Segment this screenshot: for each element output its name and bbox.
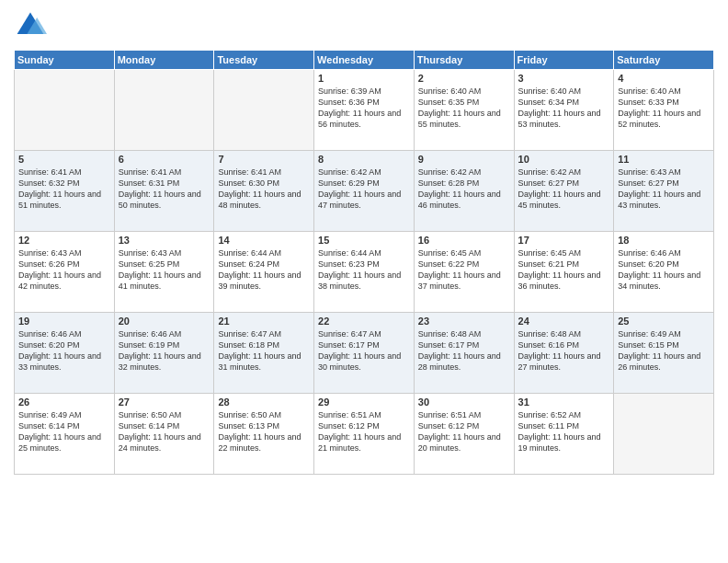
header-friday: Friday [514, 51, 614, 70]
day-cell: 9Sunrise: 6:42 AM Sunset: 6:28 PM Daylig… [414, 151, 514, 232]
day-info: Sunrise: 6:41 AM Sunset: 6:32 PM Dayligh… [18, 167, 110, 212]
day-number: 31 [518, 396, 610, 408]
day-cell: 13Sunrise: 6:43 AM Sunset: 6:25 PM Dayli… [114, 232, 214, 313]
header-sunday: Sunday [15, 51, 115, 70]
day-info: Sunrise: 6:42 AM Sunset: 6:27 PM Dayligh… [518, 167, 610, 212]
header-monday: Monday [114, 51, 214, 70]
day-number: 30 [418, 396, 510, 408]
day-info: Sunrise: 6:49 AM Sunset: 6:14 PM Dayligh… [18, 409, 110, 454]
day-number: 12 [18, 235, 110, 246]
page: SundayMondayTuesdayWednesdayThursdayFrid… [0, 0, 728, 563]
day-info: Sunrise: 6:40 AM Sunset: 6:35 PM Dayligh… [418, 86, 510, 131]
day-info: Sunrise: 6:50 AM Sunset: 6:13 PM Dayligh… [218, 409, 310, 454]
day-cell: 21Sunrise: 6:47 AM Sunset: 6:18 PM Dayli… [214, 313, 314, 394]
day-cell: 31Sunrise: 6:52 AM Sunset: 6:11 PM Dayli… [514, 394, 614, 475]
day-number: 1 [318, 73, 410, 84]
day-info: Sunrise: 6:48 AM Sunset: 6:16 PM Dayligh… [518, 328, 610, 373]
header-tuesday: Tuesday [214, 51, 314, 70]
week-row-1: 1Sunrise: 6:39 AM Sunset: 6:36 PM Daylig… [15, 70, 714, 151]
day-info: Sunrise: 6:43 AM Sunset: 6:25 PM Dayligh… [119, 247, 210, 293]
header-saturday: Saturday [614, 51, 714, 70]
header-wednesday: Wednesday [314, 51, 415, 70]
day-cell: 25Sunrise: 6:49 AM Sunset: 6:15 PM Dayli… [614, 313, 714, 394]
day-cell: 24Sunrise: 6:48 AM Sunset: 6:16 PM Dayli… [514, 313, 614, 394]
header [14, 9, 714, 42]
day-number: 3 [518, 73, 610, 84]
day-info: Sunrise: 6:42 AM Sunset: 6:28 PM Dayligh… [418, 167, 510, 212]
day-number: 23 [418, 316, 510, 327]
week-row-2: 5Sunrise: 6:41 AM Sunset: 6:32 PM Daylig… [15, 151, 714, 232]
day-number: 10 [518, 154, 610, 165]
logo-icon [14, 9, 47, 42]
day-number: 16 [418, 235, 510, 246]
day-cell: 30Sunrise: 6:51 AM Sunset: 6:12 PM Dayli… [414, 394, 514, 475]
day-number: 22 [318, 316, 410, 327]
day-number: 13 [119, 235, 210, 246]
day-number: 28 [218, 396, 310, 408]
day-cell: 11Sunrise: 6:43 AM Sunset: 6:27 PM Dayli… [614, 151, 714, 232]
day-cell: 1Sunrise: 6:39 AM Sunset: 6:36 PM Daylig… [314, 70, 415, 151]
day-info: Sunrise: 6:44 AM Sunset: 6:24 PM Dayligh… [218, 247, 310, 293]
day-cell: 29Sunrise: 6:51 AM Sunset: 6:12 PM Dayli… [314, 394, 415, 475]
day-info: Sunrise: 6:46 AM Sunset: 6:20 PM Dayligh… [18, 328, 110, 373]
day-number: 18 [618, 235, 710, 246]
day-info: Sunrise: 6:43 AM Sunset: 6:26 PM Dayligh… [18, 247, 110, 293]
day-info: Sunrise: 6:49 AM Sunset: 6:15 PM Dayligh… [618, 328, 710, 373]
day-cell: 12Sunrise: 6:43 AM Sunset: 6:26 PM Dayli… [15, 232, 115, 313]
day-cell: 3Sunrise: 6:40 AM Sunset: 6:34 PM Daylig… [514, 70, 614, 151]
day-info: Sunrise: 6:46 AM Sunset: 6:20 PM Dayligh… [618, 247, 710, 293]
day-cell: 10Sunrise: 6:42 AM Sunset: 6:27 PM Dayli… [514, 151, 614, 232]
day-number: 24 [518, 316, 610, 327]
day-info: Sunrise: 6:40 AM Sunset: 6:34 PM Dayligh… [518, 86, 610, 131]
day-number: 21 [218, 316, 310, 327]
day-cell: 14Sunrise: 6:44 AM Sunset: 6:24 PM Dayli… [214, 232, 314, 313]
day-info: Sunrise: 6:44 AM Sunset: 6:23 PM Dayligh… [318, 247, 410, 293]
day-cell: 17Sunrise: 6:45 AM Sunset: 6:21 PM Dayli… [514, 232, 614, 313]
logo [14, 9, 51, 42]
day-cell: 22Sunrise: 6:47 AM Sunset: 6:17 PM Dayli… [314, 313, 415, 394]
day-number: 11 [618, 154, 710, 165]
day-number: 19 [18, 316, 110, 327]
day-cell: 7Sunrise: 6:41 AM Sunset: 6:30 PM Daylig… [214, 151, 314, 232]
day-cell [214, 70, 314, 151]
day-info: Sunrise: 6:45 AM Sunset: 6:21 PM Dayligh… [518, 247, 610, 293]
day-number: 14 [218, 235, 310, 246]
day-info: Sunrise: 6:47 AM Sunset: 6:18 PM Dayligh… [218, 328, 310, 373]
calendar: SundayMondayTuesdayWednesdayThursdayFrid… [14, 50, 714, 475]
header-thursday: Thursday [414, 51, 514, 70]
day-info: Sunrise: 6:52 AM Sunset: 6:11 PM Dayligh… [518, 409, 610, 454]
day-cell: 5Sunrise: 6:41 AM Sunset: 6:32 PM Daylig… [15, 151, 115, 232]
day-info: Sunrise: 6:50 AM Sunset: 6:14 PM Dayligh… [119, 409, 210, 454]
day-cell: 18Sunrise: 6:46 AM Sunset: 6:20 PM Dayli… [614, 232, 714, 313]
day-cell: 6Sunrise: 6:41 AM Sunset: 6:31 PM Daylig… [114, 151, 214, 232]
day-number: 25 [618, 316, 710, 327]
day-number: 2 [418, 73, 510, 84]
day-cell: 23Sunrise: 6:48 AM Sunset: 6:17 PM Dayli… [414, 313, 514, 394]
day-cell: 27Sunrise: 6:50 AM Sunset: 6:14 PM Dayli… [114, 394, 214, 475]
day-number: 29 [318, 396, 410, 408]
day-info: Sunrise: 6:46 AM Sunset: 6:19 PM Dayligh… [119, 328, 210, 373]
day-number: 4 [618, 73, 710, 84]
day-info: Sunrise: 6:41 AM Sunset: 6:30 PM Dayligh… [218, 167, 310, 212]
day-number: 15 [318, 235, 410, 246]
day-number: 5 [18, 154, 110, 165]
day-info: Sunrise: 6:45 AM Sunset: 6:22 PM Dayligh… [418, 247, 510, 293]
day-info: Sunrise: 6:42 AM Sunset: 6:29 PM Dayligh… [318, 167, 410, 212]
day-number: 6 [119, 154, 210, 165]
day-number: 27 [119, 396, 210, 408]
day-info: Sunrise: 6:47 AM Sunset: 6:17 PM Dayligh… [318, 328, 410, 373]
day-cell: 28Sunrise: 6:50 AM Sunset: 6:13 PM Dayli… [214, 394, 314, 475]
header-row: SundayMondayTuesdayWednesdayThursdayFrid… [15, 51, 714, 70]
day-cell: 15Sunrise: 6:44 AM Sunset: 6:23 PM Dayli… [314, 232, 415, 313]
day-info: Sunrise: 6:43 AM Sunset: 6:27 PM Dayligh… [618, 167, 710, 212]
day-number: 7 [218, 154, 310, 165]
day-cell: 26Sunrise: 6:49 AM Sunset: 6:14 PM Dayli… [15, 394, 115, 475]
day-info: Sunrise: 6:51 AM Sunset: 6:12 PM Dayligh… [318, 409, 410, 454]
day-info: Sunrise: 6:48 AM Sunset: 6:17 PM Dayligh… [418, 328, 510, 373]
day-info: Sunrise: 6:39 AM Sunset: 6:36 PM Dayligh… [318, 86, 410, 131]
day-cell: 16Sunrise: 6:45 AM Sunset: 6:22 PM Dayli… [414, 232, 514, 313]
day-number: 8 [318, 154, 410, 165]
day-cell: 20Sunrise: 6:46 AM Sunset: 6:19 PM Dayli… [114, 313, 214, 394]
day-cell [15, 70, 115, 151]
week-row-4: 19Sunrise: 6:46 AM Sunset: 6:20 PM Dayli… [15, 313, 714, 394]
